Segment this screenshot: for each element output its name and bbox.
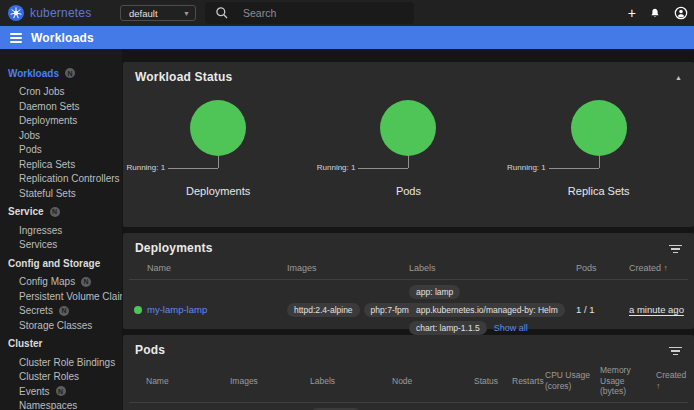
search-bar[interactable]: Search [205, 2, 414, 24]
sidebar-item-secrets[interactable]: SecretsN [8, 304, 122, 319]
column-header-name[interactable]: Name [147, 257, 277, 279]
sidebar-item-persistent-volume-claims[interactable]: Persistent Volume ClaimsN [8, 289, 122, 304]
running-count-label: Running: 1 [507, 163, 546, 172]
replica-sets-pie-chart: Running: 1 Replica Sets [504, 100, 694, 197]
kubernetes-logo-icon [8, 5, 24, 21]
deployments-pie [190, 100, 246, 156]
show-all-labels-link[interactable]: Show all [494, 323, 528, 333]
menu-icon[interactable] [10, 33, 22, 43]
namespaced-badge: N [81, 277, 91, 287]
collapse-chevron-up-icon[interactable]: ▲ [675, 74, 682, 81]
workload-status-charts: Running: 1 Deployments Running: 1 Pods [123, 100, 694, 197]
namespace-value: default [129, 8, 158, 19]
sidebar-section-cluster: Cluster [8, 337, 122, 352]
namespaced-badge: N [56, 386, 66, 396]
sidebar-item-config-maps[interactable]: Config MapsN [8, 275, 122, 290]
sidebar-item-ingresses[interactable]: Ingresses [8, 223, 122, 238]
appbar: Workloads [0, 26, 694, 49]
sidebar: WorkloadsN Cron Jobs Daemon Sets Deploym… [0, 49, 122, 410]
chart-title: Deployments [186, 185, 250, 197]
column-header-pods: Pods [571, 257, 629, 279]
sidebar-item-workloads[interactable]: WorkloadsN [8, 66, 122, 81]
replica-sets-pie [571, 100, 627, 156]
column-header-labels: Labels [310, 370, 392, 392]
column-header-cpu-usage: CPU Usage (cores) [545, 364, 600, 396]
sidebar-item-replication-controllers[interactable]: Replication Controllers [8, 172, 122, 187]
sidebar-item-storage-classes[interactable]: Storage Classes [8, 318, 122, 333]
sidebar-item-stateful-sets[interactable]: Stateful Sets [8, 186, 122, 201]
status-ok-dot [134, 306, 142, 314]
deployment-images: httpd:2.4-alpine php:7-fpm-alpine [277, 303, 409, 317]
pods-pie [380, 100, 436, 156]
sidebar-item-namespaces[interactable]: Namespaces [8, 399, 122, 410]
sidebar-item-cron-jobs[interactable]: Cron Jobs [8, 85, 122, 100]
deployment-name-link[interactable]: my-lamp-lamp [147, 304, 277, 316]
column-header-labels: Labels [409, 257, 571, 279]
sidebar-item-pods[interactable]: Pods [8, 143, 122, 158]
workload-status-card: Workload Status ▲ Running: 1 Deployments [123, 62, 694, 227]
column-header-created[interactable]: Created ↑ [629, 257, 688, 279]
topbar: kubernetes default ▼ Search + [0, 0, 694, 26]
brand-home-link[interactable]: kubernetes [8, 5, 91, 21]
chevron-down-icon: ▼ [183, 10, 190, 17]
namespaced-badge: N [59, 306, 69, 316]
search-icon [215, 6, 229, 20]
sidebar-item-events[interactable]: EventsN [8, 384, 122, 399]
namespace-select[interactable]: default ▼ [120, 5, 196, 21]
sidebar-item-daemon-sets[interactable]: Daemon Sets [8, 99, 122, 114]
brand-text: kubernetes [30, 6, 91, 20]
sidebar-item-jobs[interactable]: Jobs [8, 128, 122, 143]
pods-card-title: Pods [135, 343, 165, 357]
main-content: Workload Status ▲ Running: 1 Deployments [123, 62, 694, 410]
notifications-bell-icon[interactable] [649, 7, 661, 20]
filter-icon[interactable] [669, 345, 682, 356]
deployment-table-row: my-lamp-lamp httpd:2.4-alpine php:7-fpm-… [129, 280, 688, 340]
sidebar-item-cluster-roles[interactable]: Cluster Roles [8, 370, 122, 385]
namespaced-badge: N [50, 207, 60, 217]
deployments-pie-callout: Running: 1 [123, 156, 313, 178]
namespaced-badge: N [65, 68, 75, 78]
column-header-restarts: Restarts [512, 370, 545, 392]
sort-arrow-icon: ↑ [664, 263, 668, 273]
deployment-created: a minute ago [629, 304, 688, 315]
column-header-images: Images [277, 257, 409, 279]
sidebar-item-deployments[interactable]: Deployments [8, 114, 122, 129]
sidebar-section-config-and-storage: Config and Storage [8, 256, 122, 271]
chart-title: Pods [396, 185, 421, 197]
pods-table-header: Name Images Labels Node Status Restarts … [129, 359, 688, 403]
sidebar-item-service[interactable]: ServiceN [8, 205, 122, 220]
sidebar-item-services[interactable]: Services [8, 238, 122, 253]
topbar-actions: + [628, 0, 688, 26]
pod-table-row: my-lamp-lamp-5fd985cf68-jwvz4 httpd:2.4-… [129, 403, 688, 410]
sidebar-item-replica-sets[interactable]: Replica Sets [8, 157, 122, 172]
search-input[interactable]: Search [243, 7, 276, 19]
kubernetes-dashboard: kubernetes default ▼ Search + [0, 0, 694, 410]
running-count-label: Running: 1 [126, 163, 165, 172]
column-header-created[interactable]: Created ↑ [656, 364, 690, 396]
deployment-pods-count: 1 / 1 [571, 304, 629, 315]
deployment-labels: app: lamp app.kubernetes.io/managed-by: … [409, 285, 571, 335]
deployments-pie-chart: Running: 1 Deployments [123, 100, 313, 197]
sort-arrow-icon: ↑ [656, 381, 660, 391]
filter-icon[interactable] [669, 243, 682, 254]
column-header-images: Images [230, 370, 310, 392]
column-header-memory-usage: Memory Usage (bytes) [600, 359, 656, 402]
page-title: Workloads [31, 31, 94, 45]
column-header-node: Node [392, 370, 474, 392]
pods-pie-chart: Running: 1 Pods [313, 100, 503, 197]
deployments-table-header: Name Images Labels Pods Created ↑ [129, 257, 688, 280]
pods-pie-callout: Running: 1 [313, 156, 503, 178]
column-header-status: Status [474, 370, 512, 392]
pods-card: Pods Name Images Labels Node Status Rest… [123, 335, 694, 410]
sidebar-item-cluster-role-bindings[interactable]: Cluster Role Bindings [8, 355, 122, 370]
deployments-card: Deployments Name Images Labels Pods Crea… [123, 233, 694, 329]
running-count-label: Running: 1 [317, 163, 356, 172]
user-account-icon[interactable] [674, 6, 688, 20]
workload-status-title: Workload Status [135, 70, 232, 84]
replica-sets-pie-callout: Running: 1 [504, 156, 694, 178]
create-resource-button[interactable]: + [628, 6, 636, 20]
chart-title: Replica Sets [568, 185, 630, 197]
deployments-card-title: Deployments [135, 241, 213, 255]
column-header-name[interactable]: Name [146, 370, 230, 392]
